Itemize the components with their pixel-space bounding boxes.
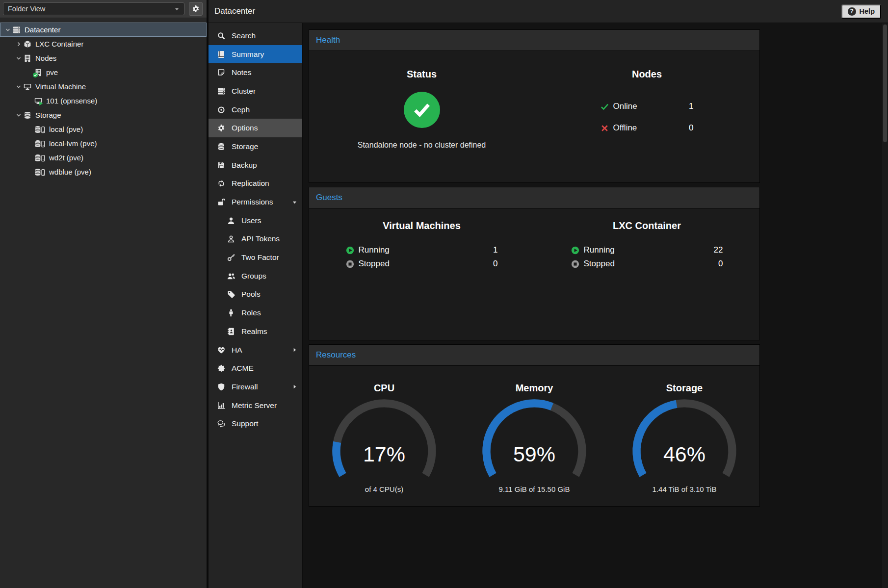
tree-item-label: local (pve) [49, 125, 83, 133]
cpu-subtitle: of 4 CPU(s) [365, 485, 403, 493]
menu-item-label: Support [232, 419, 258, 428]
stat-label-text: Running [584, 245, 615, 255]
stat-value: 0 [493, 259, 497, 269]
storage-subtitle: 1.44 TiB of 3.10 TiB [653, 485, 717, 493]
gear-icon [192, 5, 200, 13]
tree-item-label: Storage [35, 111, 61, 119]
menu-item-roles[interactable]: Roles [209, 304, 302, 322]
chevron-down-icon[interactable] [4, 26, 12, 34]
replication-icon [217, 179, 225, 187]
chevron-right-icon[interactable] [15, 40, 23, 48]
menu-item-api-tokens[interactable]: API Tokens [209, 230, 302, 249]
scrollbar[interactable] [882, 24, 888, 588]
cross-icon [601, 124, 609, 132]
menu-item-two-factor[interactable]: Two Factor [209, 248, 302, 267]
tree-item-label: wdblue (pve) [49, 168, 91, 176]
menu-item-search[interactable]: Search [209, 26, 302, 45]
stat-value: 1 [493, 245, 497, 255]
folder-view-value: Folder View [8, 5, 45, 13]
stat-value: 0 [718, 259, 723, 269]
users-icon [227, 272, 235, 280]
tree-item-101-opnsense[interactable]: 101 (opnsense) [0, 94, 207, 108]
unlock-icon [217, 198, 225, 206]
tree-item-virtual-machine[interactable]: Virtual Machine [0, 79, 207, 94]
menu-item-metric-server[interactable]: Metric Server [209, 396, 302, 415]
key-icon [227, 254, 235, 261]
tree-item-pve[interactable]: pve [0, 65, 207, 79]
play-circle-icon [571, 246, 579, 255]
tree-item-wd2t-pve[interactable]: wd2t (pve) [0, 151, 207, 165]
chevron-down-icon[interactable] [15, 111, 23, 119]
tree-item-storage[interactable]: Storage [0, 108, 207, 122]
tree-settings-button[interactable] [189, 2, 203, 16]
storage-gauge-dial: 46% [623, 396, 746, 485]
tree-item-label: Nodes [35, 54, 56, 62]
tree-item-local-pve[interactable]: local (pve) [0, 122, 207, 136]
tree-item-lxc-container[interactable]: LXC Container [0, 37, 207, 51]
guests-panel: Guests Virtual Machines Running 1 [309, 187, 760, 340]
help-button-label: Help [860, 7, 875, 15]
user-icon [227, 217, 235, 225]
menu-item-permissions[interactable]: Permissions [209, 193, 302, 211]
question-icon: ? [848, 7, 856, 16]
stat-value: 0 [689, 123, 693, 133]
menu-item-storage[interactable]: Storage [209, 137, 302, 156]
chevron-down-icon[interactable] [15, 54, 23, 62]
database-icon [217, 143, 225, 151]
storage-percent: 46% [623, 444, 746, 465]
certificate-icon [217, 364, 225, 372]
tree-item-wdblue-pve[interactable]: wdblue (pve) [0, 165, 207, 179]
lxc-container-heading: LXC Container [613, 220, 681, 231]
cube-icon [24, 40, 31, 48]
menu-item-summary[interactable]: Summary [209, 45, 302, 64]
storage-drive-icon [34, 140, 45, 148]
menu-item-cluster[interactable]: Cluster [209, 82, 302, 101]
tree-item-local-lvm-pve[interactable]: local-lvm (pve) [0, 136, 207, 151]
menu-item-label: Users [241, 216, 261, 225]
menu-item-label: Two Factor [241, 253, 279, 262]
memory-percent: 59% [473, 444, 596, 465]
status-heading: Status [407, 69, 437, 80]
caret-right-icon [292, 384, 297, 389]
menu-item-realms[interactable]: Realms [209, 322, 302, 341]
storage-gauge-title: Storage [666, 383, 703, 394]
help-button[interactable]: ? Help [841, 4, 881, 19]
menu-item-support[interactable]: Support [209, 414, 302, 433]
menu-item-ha[interactable]: HA [209, 341, 302, 359]
menu-item-label: Search [232, 31, 256, 40]
menu-item-label: Pools [241, 290, 261, 299]
folder-view-select[interactable]: Folder View [3, 2, 184, 15]
lxc-container-column: LXC Container Running 22 [534, 220, 759, 340]
monitor-icon [24, 83, 31, 91]
book-icon [217, 51, 225, 58]
menu-item-replication[interactable]: Replication [209, 175, 302, 193]
tree-item-label: LXC Container [35, 40, 83, 48]
user-outline-icon [227, 235, 235, 243]
menu-item-label: Storage [232, 142, 258, 151]
menu-item-firewall[interactable]: Firewall [209, 378, 302, 396]
menu-item-groups[interactable]: Groups [209, 267, 302, 285]
health-status-column: Status Standalone node - no cluster defi… [309, 69, 534, 182]
menu-item-label: ACME [232, 364, 254, 373]
resources-panel: Resources CPU 17% of 4 CPU(s) [309, 344, 760, 507]
scrollbar-thumb[interactable] [883, 25, 887, 142]
menu-item-notes[interactable]: Notes [209, 63, 302, 82]
play-badge-icon [39, 101, 44, 106]
stat-label-text: Running [359, 245, 390, 255]
menu-item-options[interactable]: Options [209, 119, 302, 137]
content-header: Datacenter ? Help [209, 0, 888, 23]
menu-item-users[interactable]: Users [209, 211, 302, 230]
chevron-down-icon[interactable] [15, 83, 23, 91]
tree-item-nodes[interactable]: Nodes [0, 51, 207, 65]
menu-item-backup[interactable]: Backup [209, 156, 302, 175]
health-nodes-column: Nodes Online 1 [534, 69, 759, 182]
menu-item-pools[interactable]: Pools [209, 285, 302, 304]
cpu-percent: 17% [323, 444, 445, 465]
menu-item-acme[interactable]: ACME [209, 359, 302, 378]
tree-item-datacenter[interactable]: Datacenter [0, 23, 207, 37]
play-circle-icon [346, 246, 354, 255]
stop-circle-icon [571, 260, 579, 268]
database-icon [24, 111, 31, 119]
main-area: Datacenter ? Help Search Summary Not [209, 0, 888, 588]
menu-item-ceph[interactable]: Ceph [209, 101, 302, 119]
